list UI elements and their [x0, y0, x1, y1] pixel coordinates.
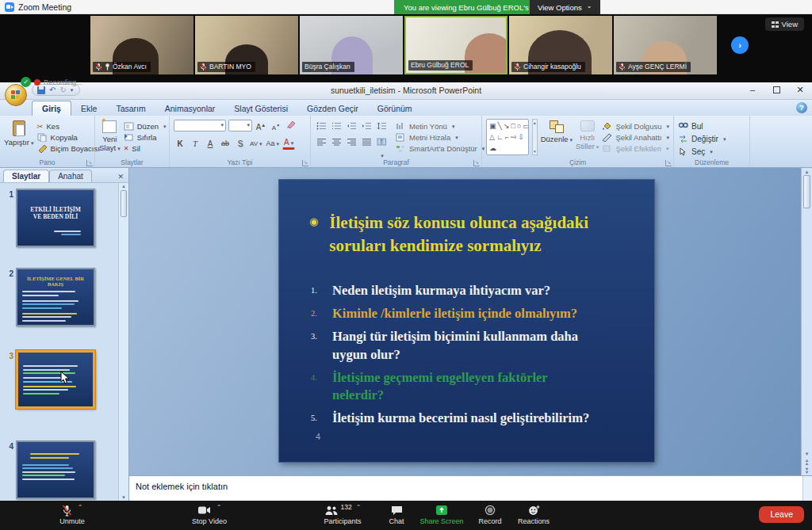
- slide-title[interactable]: İletişim söz konusu olunca aşağıdaki sor…: [329, 212, 588, 258]
- character-spacing-button[interactable]: AV: [249, 137, 263, 150]
- tab-ekle[interactable]: Ekle: [71, 101, 106, 116]
- slide-body-list[interactable]: 1. Neden iletişim kurmaya ihtiyacım var?…: [279, 282, 654, 428]
- tab-giris[interactable]: Giriş: [32, 101, 71, 116]
- font-dialog-launcher[interactable]: ↘: [302, 160, 308, 166]
- stop-video-button[interactable]: ⌃ Stop Video: [176, 504, 243, 525]
- minimize-button[interactable]: –: [747, 84, 758, 96]
- video-tile[interactable]: Büşra Çalışkan: [300, 16, 403, 74]
- tab-slayt-gosterisi[interactable]: Slayt Gösterisi: [224, 101, 297, 116]
- mic-options-caret[interactable]: ⌃: [78, 504, 83, 511]
- cut-button[interactable]: ✂Kes: [37, 122, 100, 131]
- video-tile-active-speaker[interactable]: Ebru Gülbuğ EROL: [404, 16, 508, 74]
- convert-smartart-button[interactable]: SmartArt'a Dönüştür: [396, 144, 485, 153]
- video-tile[interactable]: Ayşe GENÇ LERMİ: [614, 16, 717, 74]
- help-icon[interactable]: ?: [796, 102, 807, 113]
- scroll-thumb[interactable]: [803, 175, 810, 208]
- drawing-dialog-launcher[interactable]: ↘: [665, 160, 672, 166]
- numbering-button[interactable]: [330, 120, 343, 133]
- clear-formatting-button[interactable]: [285, 119, 297, 132]
- grow-font-button[interactable]: A▲: [255, 119, 267, 132]
- copy-button[interactable]: Kopyala: [37, 133, 100, 142]
- scroll-down-icon[interactable]: ▼: [119, 495, 128, 500]
- previous-slide-button[interactable]: ▲▲: [802, 459, 812, 465]
- participants-button[interactable]: 132 ⌃ Participants: [316, 504, 370, 525]
- paste-button[interactable]: Yapıştır: [4, 119, 34, 157]
- video-tile[interactable]: BARTIN MYO: [195, 16, 298, 74]
- shape-effects-button[interactable]: Şekil Efektleri: [602, 144, 669, 153]
- slide-thumbnail-4[interactable]: 4: [5, 440, 95, 499]
- clipboard-dialog-launcher[interactable]: ↘: [86, 160, 93, 166]
- justify-button[interactable]: [360, 136, 373, 149]
- tab-animasyonlar[interactable]: Animasyonlar: [155, 101, 225, 116]
- line-spacing-button[interactable]: [375, 120, 388, 133]
- columns-button[interactable]: [375, 136, 388, 149]
- align-right-button[interactable]: [345, 136, 358, 149]
- editor-scrollbar[interactable]: ▲ ▼ ▲▲ ▼▼: [801, 168, 812, 475]
- next-slide-button[interactable]: ▼▼: [802, 467, 812, 474]
- scroll-thumb[interactable]: [121, 190, 127, 217]
- notes-scrollbar[interactable]: [802, 476, 812, 501]
- close-button[interactable]: ✕: [795, 84, 806, 96]
- font-color-button[interactable]: A: [282, 137, 295, 150]
- bold-button[interactable]: K: [174, 137, 186, 150]
- layout-button[interactable]: Düzen: [124, 122, 167, 131]
- leave-button[interactable]: Leave: [759, 506, 804, 523]
- tab-slaytlar[interactable]: Slaytlar: [3, 170, 49, 182]
- select-button[interactable]: Seç: [678, 147, 726, 156]
- share-screen-button[interactable]: Share Screen: [416, 504, 468, 525]
- find-button[interactable]: Bul: [678, 122, 726, 131]
- quick-styles-button[interactable]: Hızlı Stiller: [576, 119, 599, 157]
- replace-button[interactable]: Değiştir: [678, 135, 726, 143]
- view-options-button[interactable]: View Options: [530, 0, 600, 14]
- new-slide-button[interactable]: Yeni Slayt: [99, 119, 121, 157]
- participants-caret[interactable]: ⌃: [356, 504, 362, 511]
- format-painter-button[interactable]: Biçim Boyacısı: [37, 144, 100, 153]
- delete-slide-button[interactable]: ✕Sil: [124, 144, 167, 153]
- bullets-button[interactable]: [315, 120, 327, 133]
- restore-button[interactable]: [773, 86, 780, 93]
- scroll-up-icon[interactable]: ▲: [119, 183, 128, 189]
- align-left-button[interactable]: [315, 136, 327, 149]
- change-case-button[interactable]: Aa: [266, 137, 281, 150]
- shrink-font-button[interactable]: A▼: [270, 119, 282, 132]
- align-text-button[interactable]: Metni Hizala: [396, 133, 485, 142]
- save-icon[interactable]: [37, 86, 45, 94]
- increase-indent-button[interactable]: [360, 120, 373, 133]
- notes-pane[interactable]: Not eklemek için tıklatın: [129, 475, 812, 501]
- view-layout-button[interactable]: View: [765, 17, 804, 31]
- shapes-gallery[interactable]: ▣╲↘□○▭ △∟⌐⇨⇩☁ ✎∼‿{}☆: [486, 119, 529, 155]
- video-tile[interactable]: Cihangir kasapoğlu: [509, 16, 612, 74]
- office-button[interactable]: [5, 84, 27, 106]
- slide-thumbnail-2[interactable]: 2 İLETİŞİME GENEL BİR BAKIŞ: [5, 268, 95, 326]
- unmute-button[interactable]: ⌃ Unmute: [41, 504, 103, 525]
- align-center-button[interactable]: [330, 136, 343, 149]
- font-name-combo[interactable]: [174, 120, 226, 132]
- video-tile[interactable]: Özkan Avcı: [90, 16, 193, 74]
- next-participants-arrow[interactable]: ›: [731, 36, 749, 54]
- tab-gozden-gecir[interactable]: Gözden Geçir: [297, 101, 368, 116]
- shape-outline-button[interactable]: Şekil Anahattı: [602, 133, 669, 142]
- decrease-indent-button[interactable]: [345, 120, 358, 133]
- text-direction-button[interactable]: Metin Yönü: [396, 122, 485, 131]
- reset-button[interactable]: Sıfırla: [124, 133, 167, 142]
- shapes-scrollbar[interactable]: ▲▼: [532, 119, 538, 155]
- tab-anahat[interactable]: Anahat: [49, 170, 92, 182]
- video-options-caret[interactable]: ⌃: [216, 504, 222, 511]
- underline-button[interactable]: A: [204, 137, 216, 150]
- text-shadow-button[interactable]: S: [234, 137, 247, 150]
- reactions-button[interactable]: Reactions: [512, 504, 555, 525]
- qat-dropdown-icon[interactable]: ▾: [71, 87, 74, 93]
- panel-scrollbar[interactable]: ▲ ▼: [118, 183, 128, 501]
- tab-gorunum[interactable]: Görünüm: [368, 101, 422, 116]
- shape-fill-button[interactable]: Şekil Dolgusu: [602, 122, 669, 131]
- chat-button[interactable]: Chat: [382, 504, 411, 525]
- slide-thumbnail-1[interactable]: 1 ETKİLİ İLETİŞİM VE BEDEN DİLİ: [5, 189, 95, 247]
- panel-close-icon[interactable]: ✕: [116, 171, 125, 182]
- slide-thumbnail-3-selected[interactable]: 3: [5, 350, 95, 409]
- tab-tasarim[interactable]: Tasarım: [106, 101, 155, 116]
- scroll-up-icon[interactable]: ▲: [802, 168, 812, 174]
- paragraph-dialog-launcher[interactable]: ↘: [473, 160, 480, 166]
- font-size-combo[interactable]: [228, 120, 252, 132]
- record-button[interactable]: Record: [473, 504, 508, 525]
- current-slide[interactable]: ◉ İletişim söz konusu olunca aşağıdaki s…: [279, 180, 654, 462]
